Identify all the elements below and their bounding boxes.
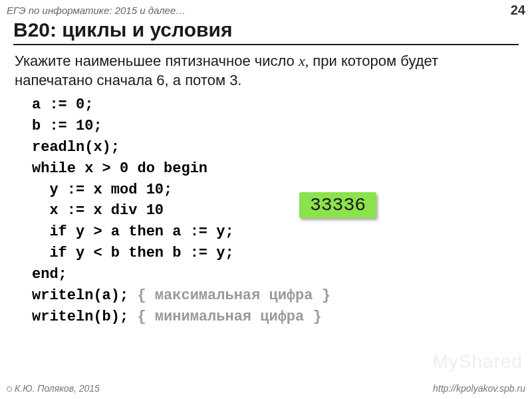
- watermark: MyShared: [432, 351, 523, 372]
- footer-bar: К.Ю. Поляков, 2015 http://kpolyakov.spb.…: [7, 383, 525, 394]
- code-line: writeln(a);: [32, 287, 137, 304]
- code-line: writeln(b);: [32, 309, 137, 325]
- code-line: readln(x);: [32, 139, 120, 156]
- code-line: if y > a then a := y;: [32, 223, 234, 240]
- code-line: y := x mod 10;: [32, 182, 172, 198]
- slide: ЕГЭ по информатике: 2015 и далее… 24 B20…: [0, 0, 532, 399]
- code-line: while x > 0 do begin: [32, 160, 207, 177]
- header-bar: ЕГЭ по информатике: 2015 и далее… 24: [7, 3, 525, 18]
- code-comment: { максимальная цифра }: [137, 287, 330, 304]
- prompt-variable: x,: [299, 53, 309, 69]
- footer-author: К.Ю. Поляков, 2015: [7, 383, 100, 394]
- code-line: end;: [32, 266, 67, 283]
- code-comment: { минимальная цифра }: [137, 309, 321, 325]
- prompt-part1: Укажите наименьшее пятизначное число: [15, 53, 299, 69]
- answer-box: 33336: [299, 192, 376, 218]
- code-line: a := 0;: [32, 96, 93, 113]
- code-line: x := x div 10: [32, 202, 164, 219]
- code-line: b := 10;: [32, 118, 102, 134]
- subject-text: ЕГЭ по информатике: 2015 и далее…: [7, 5, 186, 16]
- problem-prompt: Укажите наименьшее пятизначное число x, …: [15, 52, 512, 90]
- slide-title: B20: циклы и условия: [13, 19, 519, 45]
- code-block: a := 0; b := 10; readln(x); while x > 0 …: [32, 94, 331, 328]
- bullet-icon: [7, 386, 12, 392]
- code-line: if y < b then b := y;: [32, 245, 234, 261]
- page-number: 24: [511, 3, 525, 18]
- footer-url: http://kpolyakov.spb.ru: [433, 383, 525, 394]
